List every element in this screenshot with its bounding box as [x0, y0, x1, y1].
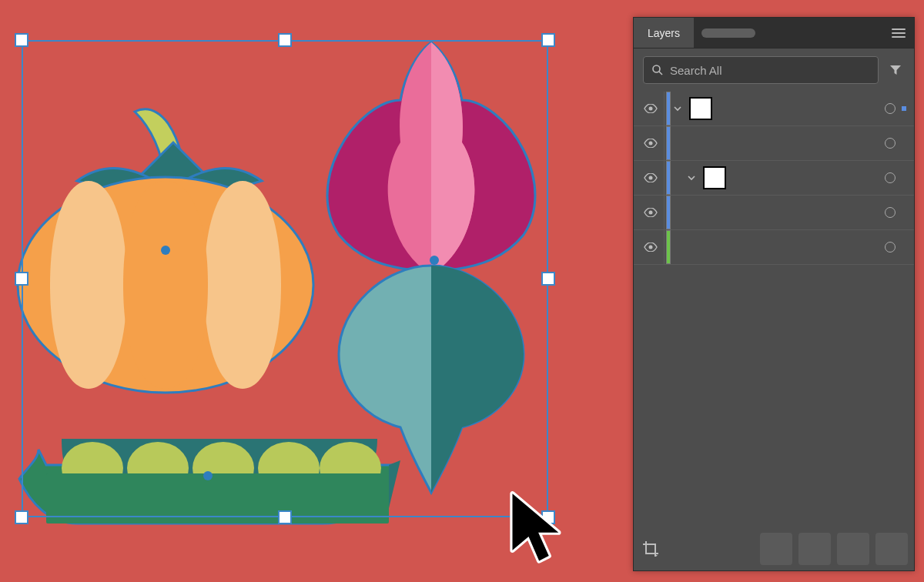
- layer-color-bar: [666, 161, 671, 195]
- layer-visibility-toggle[interactable]: [637, 92, 665, 125]
- search-input[interactable]: [670, 64, 870, 77]
- chevron-down-icon: [674, 105, 681, 112]
- layer-target-button[interactable]: [885, 172, 896, 183]
- selection-handle-e[interactable]: [541, 272, 555, 286]
- footer-button-1[interactable]: [760, 533, 792, 565]
- layer-target-button[interactable]: [885, 138, 896, 149]
- eye-icon: [644, 139, 658, 148]
- layer-visibility-toggle[interactable]: [637, 161, 665, 195]
- layer-selected-indicator: [902, 106, 906, 111]
- chevron-down-icon: [688, 174, 695, 182]
- tab-layers[interactable]: Layers: [634, 18, 694, 48]
- selection-handle-s[interactable]: [278, 510, 292, 524]
- search-row: [634, 48, 914, 92]
- selection-handle-n[interactable]: [278, 33, 292, 47]
- selection-handle-sw[interactable]: [15, 510, 28, 524]
- search-box[interactable]: [643, 56, 879, 84]
- artboard-canvas[interactable]: [0, 0, 624, 582]
- clipping-mask-button[interactable]: [640, 538, 661, 560]
- center-point-peapod[interactable]: [203, 471, 213, 480]
- layer-target-button[interactable]: [885, 103, 896, 114]
- layer-row[interactable]: [634, 196, 914, 230]
- layer-visibility-toggle[interactable]: [637, 126, 665, 160]
- footer-button-3[interactable]: [837, 533, 869, 565]
- footer-button-4[interactable]: [875, 533, 908, 565]
- svg-point-7: [653, 65, 660, 72]
- layer-row[interactable]: [634, 161, 914, 196]
- layer-row[interactable]: [634, 92, 914, 126]
- panel-footer: [634, 527, 914, 570]
- search-icon: [651, 64, 664, 76]
- svg-point-10: [648, 142, 652, 146]
- layer-row[interactable]: [634, 126, 914, 161]
- layer-visibility-toggle[interactable]: [637, 230, 665, 264]
- eye-icon: [644, 242, 658, 252]
- selection-handle-w[interactable]: [15, 272, 28, 286]
- svg-line-8: [659, 72, 662, 75]
- layer-expand-toggle[interactable]: [685, 174, 698, 182]
- eye-icon: [644, 208, 658, 217]
- footer-button-2[interactable]: [798, 533, 831, 565]
- layer-filter-button[interactable]: [886, 61, 905, 79]
- layer-thumbnail[interactable]: [689, 97, 712, 120]
- svg-point-12: [648, 211, 652, 215]
- layers-panel: Layers: [633, 17, 915, 571]
- menu-icon: [892, 26, 906, 40]
- layer-visibility-toggle[interactable]: [637, 196, 665, 229]
- svg-point-13: [648, 246, 652, 249]
- layer-expand-toggle[interactable]: [671, 105, 685, 112]
- tab-inactive[interactable]: [694, 18, 763, 48]
- crop-icon: [641, 540, 660, 558]
- layers-list: [634, 92, 914, 527]
- selection-handle-ne[interactable]: [541, 33, 555, 47]
- filter-icon: [889, 63, 902, 77]
- layer-row[interactable]: [634, 230, 914, 265]
- selection-bounds[interactable]: [22, 40, 548, 517]
- center-point-beet[interactable]: [430, 256, 439, 265]
- layer-target-button[interactable]: [885, 242, 896, 253]
- panel-menu-button[interactable]: [883, 18, 914, 48]
- eye-icon: [644, 104, 658, 113]
- layer-thumbnail[interactable]: [703, 166, 726, 189]
- center-point-pumpkin[interactable]: [161, 246, 170, 255]
- layer-color-bar: [666, 196, 671, 229]
- layer-color-bar: [666, 126, 671, 160]
- layer-target-button[interactable]: [885, 207, 896, 218]
- selection-handle-nw[interactable]: [15, 33, 28, 47]
- eye-icon: [644, 173, 658, 182]
- svg-point-11: [648, 176, 652, 180]
- layer-color-bar: [666, 230, 671, 264]
- panel-tabbar: Layers: [634, 18, 914, 48]
- svg-point-9: [648, 107, 652, 111]
- selection-handle-se[interactable]: [541, 510, 555, 524]
